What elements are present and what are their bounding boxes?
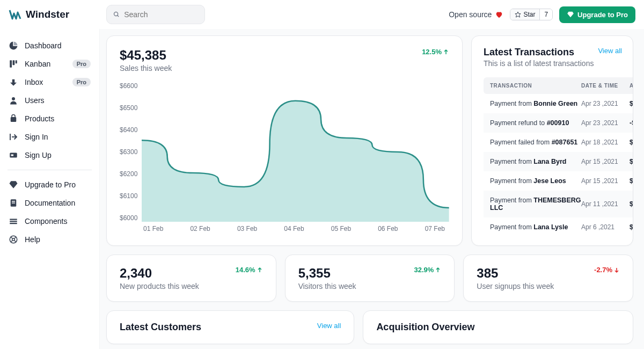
- pie-icon: [9, 41, 18, 50]
- inbox-icon: [9, 77, 18, 87]
- table-row[interactable]: Payment from Jese LeosApr 15 ,2021$2: [484, 171, 633, 191]
- search-input[interactable]: [124, 10, 198, 19]
- sidebar: Dashboard KanbanPro InboxPro Users Produ…: [0, 29, 100, 349]
- sidebar-item-label: Kanban: [25, 60, 50, 68]
- pro-badge: Pro: [72, 60, 91, 68]
- star-icon: [515, 11, 521, 18]
- transactions-title: Latest Transactions: [484, 47, 594, 58]
- svg-rect-12: [12, 202, 15, 203]
- stat-change: 32.9%: [414, 266, 441, 274]
- customers-view-all[interactable]: View all: [317, 322, 341, 330]
- sidebar-item-dashboard[interactable]: Dashboard: [3, 37, 96, 55]
- components-icon: [9, 216, 18, 226]
- sidebar-item-help[interactable]: Help: [3, 230, 96, 249]
- stat-card: 2,340New products this week14.6%: [106, 255, 276, 302]
- transactions-subtitle: This is a list of latest transactions: [484, 59, 594, 68]
- svg-line-18: [11, 237, 12, 238]
- logo-icon: [9, 8, 21, 21]
- table-row[interactable]: Payment failed from #087651Apr 18 ,2021$…: [484, 133, 633, 152]
- sales-chart: $6600$6500$6400$6300$6200$6100$6000: [120, 82, 449, 222]
- sidebar-item-label: Upgrade to Pro: [25, 180, 76, 189]
- gem-icon: [9, 180, 18, 190]
- svg-point-0: [114, 12, 118, 16]
- svg-rect-5: [16, 60, 17, 63]
- stat-change: 14.6%: [236, 266, 263, 274]
- search-box[interactable]: [106, 5, 205, 24]
- arrow-up-icon: [443, 49, 449, 55]
- bag-icon: [9, 114, 18, 123]
- stat-label: User signups this week: [477, 282, 554, 290]
- logo[interactable]: Windster: [9, 8, 100, 21]
- svg-line-20: [11, 241, 12, 242]
- sidebar-item-docs[interactable]: Documentation: [3, 194, 96, 212]
- sidebar-item-label: Inbox: [25, 78, 43, 86]
- svg-line-1: [118, 16, 119, 17]
- stat-value: 385: [477, 266, 554, 281]
- transactions-table[interactable]: TRANSACTION DATE & TIME AMOUNT Payment f…: [484, 77, 633, 240]
- sidebar-item-label: Help: [25, 235, 40, 244]
- sidebar-item-label: Dashboard: [25, 41, 62, 50]
- acquisition-title: Acquisition Overview: [376, 322, 620, 333]
- upgrade-button[interactable]: Upgrade to Pro: [559, 6, 635, 23]
- table-row[interactable]: Payment from Bonnie GreenApr 23 ,2021$2: [484, 94, 633, 113]
- sales-label: Sales this week: [120, 64, 172, 72]
- signin-icon: [9, 132, 18, 142]
- stat-label: Visitors this week: [298, 282, 356, 290]
- latest-customers-card: Latest Customers View all: [106, 310, 354, 344]
- sidebar-item-label: Components: [25, 217, 67, 226]
- svg-rect-14: [10, 221, 17, 222]
- stat-card: 5,355Visitors this week32.9%: [285, 255, 455, 302]
- kanban-icon: [9, 59, 18, 69]
- sales-change: 12.5%: [422, 48, 449, 56]
- sidebar-item-products[interactable]: Products: [3, 110, 96, 128]
- svg-rect-13: [10, 219, 17, 220]
- stat-value: 5,355: [298, 266, 356, 281]
- github-star-button[interactable]: Star 7: [510, 9, 553, 20]
- svg-line-21: [14, 237, 16, 238]
- table-row[interactable]: Payment from Lana LysleApr 6 ,2021$1: [484, 217, 633, 237]
- svg-rect-9: [11, 155, 14, 156]
- stat-change: -2.7%: [594, 266, 620, 274]
- svg-line-19: [14, 241, 16, 242]
- sidebar-item-label: Users: [25, 96, 45, 105]
- sidebar-item-inbox[interactable]: InboxPro: [3, 73, 96, 91]
- topbar: Windster Open source Star 7 Upgrade to P…: [0, 0, 644, 29]
- star-count: 7: [539, 9, 552, 20]
- stat-card: 385User signups this week-2.7%: [463, 255, 633, 302]
- help-icon: [9, 235, 18, 244]
- sales-value: $45,385: [120, 48, 172, 63]
- stat-label: New products this week: [120, 282, 199, 290]
- open-source-label: Open source: [449, 10, 503, 19]
- sidebar-item-kanban[interactable]: KanbanPro: [3, 55, 96, 73]
- sidebar-item-components[interactable]: Components: [3, 212, 96, 230]
- logo-text: Windster: [26, 9, 69, 20]
- sidebar-item-signup[interactable]: Sign Up: [3, 146, 96, 164]
- signup-icon: [9, 150, 18, 160]
- transactions-view-all[interactable]: View all: [598, 47, 633, 55]
- sidebar-item-signin[interactable]: Sign In: [3, 128, 96, 146]
- svg-rect-4: [13, 60, 15, 65]
- svg-rect-7: [11, 117, 17, 122]
- table-header: TRANSACTION DATE & TIME AMOUNT: [484, 77, 633, 94]
- doc-icon: [9, 198, 18, 208]
- customers-title: Latest Customers: [120, 322, 201, 333]
- gem-icon: [567, 11, 574, 18]
- sidebar-item-users[interactable]: Users: [3, 91, 96, 110]
- sidebar-item-label: Documentation: [25, 199, 75, 207]
- sales-card: $45,385 Sales this week 12.5% $6600$6500…: [106, 35, 463, 246]
- acquisition-card: Acquisition Overview: [363, 310, 633, 344]
- stat-value: 2,340: [120, 266, 199, 281]
- svg-point-6: [12, 97, 15, 100]
- sidebar-item-upgrade[interactable]: Upgrade to Pro: [3, 176, 96, 194]
- svg-rect-15: [10, 223, 17, 224]
- sidebar-item-label: Sign Up: [25, 151, 52, 159]
- table-row[interactable]: Payment from Lana ByrdApr 15 ,2021$5: [484, 152, 633, 171]
- table-row[interactable]: Payment from THEMESBERG LLCApr 11 ,2021$…: [484, 191, 633, 217]
- search-icon: [113, 11, 120, 18]
- sidebar-item-label: Products: [25, 114, 54, 123]
- table-row[interactable]: Payment refund to #00910Apr 23 ,2021-$: [484, 113, 633, 133]
- svg-marker-2: [515, 12, 521, 17]
- heart-icon: [495, 10, 503, 19]
- sidebar-item-label: Sign In: [25, 133, 48, 141]
- svg-point-17: [12, 238, 15, 241]
